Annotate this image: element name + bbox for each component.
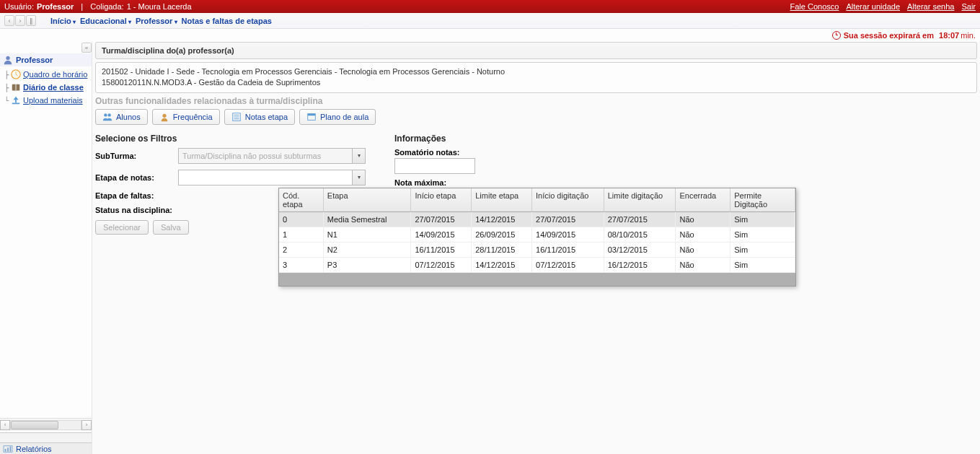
table-cell: 07/12/2015 bbox=[532, 258, 604, 273]
sidebar-title: Professor bbox=[0, 53, 92, 66]
link-change-password[interactable]: Alterar senha bbox=[907, 2, 954, 11]
history-back[interactable]: ‹ bbox=[4, 15, 14, 26]
context-line-1: 201502 - Unidade I - Sede - Tecnologia e… bbox=[102, 66, 971, 77]
sidebar-item-label: Upload materiais bbox=[23, 96, 83, 105]
btn-selecionar[interactable]: Selecionar bbox=[95, 220, 149, 235]
table-cell: Não bbox=[676, 212, 730, 227]
user-name: Professor bbox=[37, 2, 74, 11]
sidebar-item-label: Quadro de horário bbox=[23, 70, 87, 79]
table-cell: Não bbox=[676, 227, 730, 243]
people-icon bbox=[102, 112, 112, 122]
link-logout[interactable]: Sair bbox=[961, 2, 976, 11]
breadcrumb-professor[interactable]: Professor bbox=[136, 17, 177, 25]
svg-rect-4 bbox=[12, 103, 20, 105]
table-cell: 27/07/2015 bbox=[411, 212, 472, 227]
btn-notas-etapa[interactable]: Notas etapa bbox=[224, 109, 295, 125]
svg-point-9 bbox=[104, 113, 107, 116]
filters-title: Selecione os Filtros bbox=[95, 134, 366, 144]
hscroll-right[interactable]: › bbox=[81, 420, 92, 430]
btn-alunos[interactable]: Alunos bbox=[95, 109, 148, 125]
related-label: Outras funcionalidades relacionadas à tu… bbox=[95, 96, 977, 106]
select-subturma[interactable]: Turma/Disciplina não possui subturmas ▾ bbox=[178, 148, 366, 164]
table-cell: 1 bbox=[279, 227, 324, 243]
table-cell: 14/09/2015 bbox=[532, 227, 604, 243]
label-status: Status na disciplina: bbox=[95, 206, 178, 214]
table-cell: 08/10/2015 bbox=[604, 227, 676, 243]
sidebar-item-quadro[interactable]: ├ Quadro de horário bbox=[1, 68, 90, 81]
table-cell: Sim bbox=[730, 212, 795, 227]
user-label: Usuário: bbox=[4, 2, 34, 11]
th-permite: Permite Digitação bbox=[730, 188, 795, 212]
table-cell: 2 bbox=[279, 243, 324, 258]
plan-icon bbox=[306, 112, 317, 122]
hscroll-track[interactable] bbox=[10, 420, 81, 430]
select-etapa-notas[interactable]: ▾ bbox=[178, 170, 366, 185]
sidebar-reports[interactable]: Relatórios bbox=[0, 443, 92, 454]
sidebar-reports-label: Relatórios bbox=[16, 445, 52, 453]
table-cell: 27/07/2015 bbox=[604, 212, 676, 227]
sidebar-footer: Relatórios bbox=[0, 432, 92, 454]
table-cell: 03/12/2015 bbox=[604, 243, 676, 258]
svg-rect-7 bbox=[7, 448, 9, 451]
sidebar-item-upload[interactable]: └ Upload materiais bbox=[1, 94, 90, 107]
history-forward[interactable]: › bbox=[15, 15, 25, 26]
btn-salvar[interactable]: Salva bbox=[153, 220, 189, 235]
table-cell: 3 bbox=[279, 258, 324, 273]
breadcrumb-current: Notas e faltas de etapas bbox=[182, 17, 272, 25]
table-cell: 14/12/2015 bbox=[472, 212, 532, 227]
chevron-down-icon: ▾ bbox=[352, 170, 365, 185]
chevron-down-icon: ▾ bbox=[352, 149, 365, 163]
table-cell: 07/12/2015 bbox=[411, 258, 472, 273]
label-etapa-notas: Etapa de notas: bbox=[95, 173, 178, 182]
sidebar: « Professor ├ Quadro de horário ├ Diário… bbox=[0, 42, 92, 454]
breadcrumb-inicio[interactable]: Início bbox=[50, 17, 76, 25]
th-limite-dig: Limite digitação bbox=[604, 188, 676, 212]
table-row[interactable]: 3P307/12/201514/12/201507/12/201516/12/2… bbox=[279, 258, 795, 273]
upload-icon bbox=[11, 95, 21, 105]
table-row[interactable]: 0Media Semestral27/07/201514/12/201527/0… bbox=[279, 212, 795, 227]
sidebar-item-label: Diário de classe bbox=[23, 83, 84, 92]
btn-frequencia[interactable]: Frequência bbox=[152, 109, 220, 125]
table-footer bbox=[279, 273, 795, 286]
table-cell: 16/11/2015 bbox=[532, 243, 604, 258]
table-row[interactable]: 1N114/09/201526/09/201514/09/201508/10/2… bbox=[279, 227, 795, 243]
table-cell: 0 bbox=[279, 212, 324, 227]
btn-plano-aula[interactable]: Plano de aula bbox=[299, 109, 376, 125]
coligada-value: 1 - Moura Lacerda bbox=[127, 2, 192, 11]
panel-header: Turma/disciplina do(a) professor(a) bbox=[95, 42, 977, 59]
th-inicio-dig: Início digitação bbox=[532, 188, 604, 212]
session-time: 18:07 bbox=[939, 31, 959, 40]
hscroll-thumb[interactable] bbox=[11, 421, 58, 429]
label-subturma: SubTurma: bbox=[95, 152, 178, 160]
sidebar-item-diario[interactable]: ├ Diário de classe bbox=[1, 81, 90, 94]
table-header: Cód. etapa Etapa Início etapa Limite eta… bbox=[279, 188, 795, 212]
table-row[interactable]: 2N216/11/201528/11/201516/11/201503/12/2… bbox=[279, 243, 795, 258]
report-icon bbox=[3, 445, 13, 453]
svg-point-0 bbox=[6, 56, 9, 60]
info-title: Informações bbox=[394, 134, 475, 144]
coligada-label: Coligada: bbox=[90, 2, 123, 11]
link-contact[interactable]: Fale Conosco bbox=[790, 2, 839, 11]
input-somatorio[interactable] bbox=[394, 158, 475, 174]
session-timer: Sua sessão expirará em 18:07 min. bbox=[0, 29, 980, 42]
sidebar-tree: ├ Quadro de horário ├ Diário de classe └… bbox=[0, 66, 92, 108]
table-cell: 27/07/2015 bbox=[532, 212, 604, 227]
sidebar-scroll-up[interactable]: « bbox=[81, 43, 92, 53]
link-change-unit[interactable]: Alterar unidade bbox=[846, 2, 900, 11]
table-cell: N1 bbox=[324, 227, 412, 243]
etapa-dropdown-table[interactable]: Cód. etapa Etapa Início etapa Limite eta… bbox=[278, 188, 796, 287]
notes-icon bbox=[231, 112, 242, 122]
breadcrumb: Início Educacional Professor Notas e fal… bbox=[45, 17, 272, 25]
th-etapa: Etapa bbox=[324, 188, 412, 212]
svg-point-11 bbox=[162, 113, 166, 117]
breadcrumb-educacional[interactable]: Educacional bbox=[80, 17, 131, 25]
hscroll-left[interactable]: ‹ bbox=[0, 420, 10, 430]
history-lock[interactable]: ‖ bbox=[26, 15, 36, 26]
table-cell: Não bbox=[676, 258, 730, 273]
panel-info: 201502 - Unidade I - Sede - Tecnologia e… bbox=[95, 62, 977, 93]
table-cell: Não bbox=[676, 243, 730, 258]
info-col: Informações Somatório notas: Nota máxima… bbox=[394, 134, 475, 188]
sidebar-hscroll[interactable]: ‹ › bbox=[0, 418, 92, 431]
toolbar: Alunos Frequência Notas etapa Plano de a… bbox=[95, 109, 977, 125]
table-cell: Sim bbox=[730, 243, 795, 258]
